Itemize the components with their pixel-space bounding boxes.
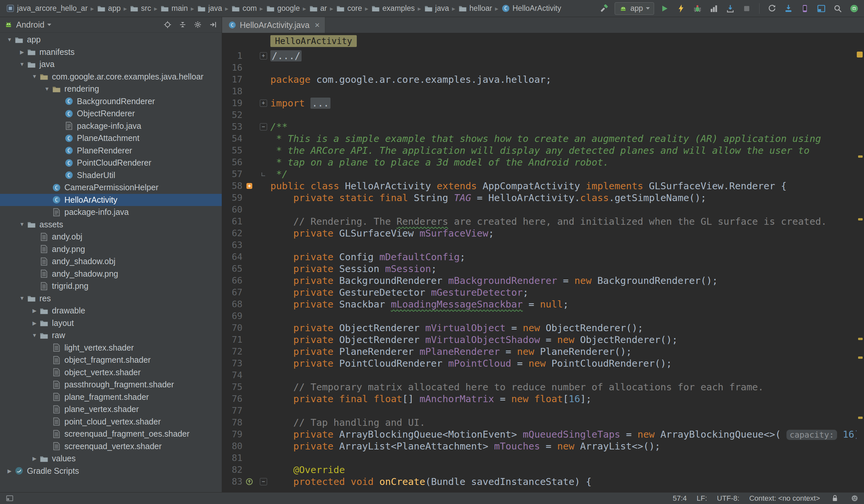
settings-gear-icon[interactable] bbox=[193, 20, 203, 29]
apply-changes-icon[interactable] bbox=[675, 3, 687, 14]
code-text[interactable]: private GLSurfaceView mSurfaceView; bbox=[271, 227, 494, 239]
close-icon[interactable]: × bbox=[315, 20, 320, 30]
project-tree-item[interactable]: andy.png bbox=[0, 243, 222, 256]
toolwindow-toggle-icon[interactable] bbox=[4, 493, 14, 503]
breadcrumb-item[interactable]: main bbox=[159, 3, 189, 13]
tab-helloaractivity-java[interactable]: C HelloArActivity.java × bbox=[222, 17, 325, 33]
expand-arrow-closed-icon[interactable]: ▶ bbox=[4, 468, 14, 474]
code-line[interactable]: 65 private Session mSession; bbox=[222, 263, 856, 275]
code-line[interactable]: 68 private Snackbar mLoadingMessageSnack… bbox=[222, 298, 856, 310]
code-text[interactable]: private final float[] mAnchorMatrix = ne… bbox=[271, 393, 592, 405]
breadcrumb-item[interactable]: ar bbox=[308, 3, 328, 13]
code-line[interactable]: 18 bbox=[222, 85, 856, 97]
project-tree-item[interactable]: CHelloArActivity bbox=[0, 194, 222, 206]
related-symbol-icon[interactable] bbox=[242, 180, 256, 192]
project-tree-item[interactable]: object_vertex.shader bbox=[0, 366, 222, 379]
project-tree-item[interactable]: andy.obj bbox=[0, 231, 222, 243]
code-line[interactable]: 62 private GLSurfaceView mSurfaceView; bbox=[222, 227, 856, 239]
fold-marker-plus-icon[interactable]: + bbox=[256, 50, 271, 62]
project-tree-item[interactable]: package-info.java bbox=[0, 206, 222, 218]
build-hammer-icon[interactable] bbox=[598, 3, 610, 14]
breadcrumb-item[interactable]: java bbox=[196, 3, 224, 13]
code-line[interactable]: 83− protected void onCreate(Bundle saved… bbox=[222, 476, 856, 488]
code-line[interactable]: 1+/.../ bbox=[222, 50, 856, 62]
code-line[interactable]: 61 // Rendering. The Renderers are creat… bbox=[222, 216, 856, 227]
stop-icon[interactable] bbox=[741, 3, 753, 14]
code-line[interactable]: 59 private static final String TAG = Hel… bbox=[222, 192, 856, 204]
project-tree-item[interactable]: ▶Gradle Scripts bbox=[0, 465, 222, 477]
expand-arrow-closed-icon[interactable]: ▶ bbox=[29, 320, 39, 326]
code-line[interactable]: 58public class HelloArActivity extends A… bbox=[222, 180, 856, 192]
project-tree-item[interactable]: ▶values bbox=[0, 453, 222, 465]
assistant-icon[interactable] bbox=[848, 3, 860, 14]
code-line[interactable]: 66 private BackgroundRenderer mBackgroun… bbox=[222, 275, 856, 287]
line-ending-indicator[interactable]: LF: bbox=[696, 494, 707, 503]
expand-arrow-closed-icon[interactable]: ▶ bbox=[29, 455, 39, 461]
project-tree-item[interactable]: point_cloud_vertex.shader bbox=[0, 416, 222, 428]
expand-arrow-open-icon[interactable]: ▼ bbox=[17, 61, 27, 67]
sync-icon[interactable] bbox=[766, 3, 778, 14]
device-manager-icon[interactable] bbox=[799, 3, 811, 14]
warning-mark[interactable] bbox=[858, 338, 863, 340]
project-tree-item[interactable]: trigrid.png bbox=[0, 280, 222, 292]
code-line[interactable]: 75 // Temporary matrix allocated here to… bbox=[222, 381, 856, 393]
project-tree-item[interactable]: CCameraPermissionHelper bbox=[0, 181, 222, 194]
code-line[interactable]: 79 private ArrayBlockingQueue<MotionEven… bbox=[222, 429, 856, 440]
code-text[interactable]: */ bbox=[271, 168, 287, 180]
breadcrumb-item[interactable]: com bbox=[230, 3, 258, 13]
attach-debugger-icon[interactable] bbox=[724, 3, 736, 14]
code-line[interactable]: 63 bbox=[222, 239, 856, 251]
expand-arrow-open-icon[interactable]: ▼ bbox=[17, 221, 27, 227]
breadcrumb-item[interactable]: CHelloArActivity bbox=[500, 3, 562, 13]
code-text[interactable]: private Config mDefaultConfig; bbox=[271, 251, 466, 263]
code-text[interactable]: /.../ bbox=[271, 50, 302, 62]
profiler-icon[interactable] bbox=[708, 3, 720, 14]
code-text[interactable]: private static final String TAG = HelloA… bbox=[271, 192, 706, 204]
locate-icon[interactable] bbox=[163, 20, 172, 29]
code-line[interactable]: 17package com.google.ar.core.examples.ja… bbox=[222, 74, 856, 85]
code-text[interactable]: /** bbox=[271, 121, 287, 133]
run-icon[interactable] bbox=[659, 3, 671, 14]
breadcrumb-item[interactable]: src bbox=[129, 3, 153, 13]
project-tree-item[interactable]: light_vertex.shader bbox=[0, 342, 222, 354]
project-tree-item[interactable]: ▶drawable bbox=[0, 304, 222, 317]
code-text[interactable]: public class HelloArActivity extends App… bbox=[271, 180, 787, 192]
encoding-indicator[interactable]: UTF-8: bbox=[717, 494, 739, 503]
project-tree-item[interactable]: CPointCloudRenderer bbox=[0, 157, 222, 169]
code-line[interactable]: 78 // Tap handling and UI. bbox=[222, 417, 856, 429]
code-line[interactable]: 71 private ObjectRenderer mVirtualObject… bbox=[222, 334, 856, 346]
code-line[interactable]: 57 */ bbox=[222, 168, 856, 180]
code-text[interactable]: private ArrayList<PlaneAttachment> mTouc… bbox=[271, 440, 660, 452]
project-tree-item[interactable]: CShaderUtil bbox=[0, 169, 222, 182]
warning-mark[interactable] bbox=[858, 357, 863, 359]
project-tree-item[interactable]: ▶layout bbox=[0, 317, 222, 329]
breadcrumb-item[interactable]: java_arcore_hello_ar bbox=[4, 3, 89, 13]
code-line[interactable]: 72 private PlaneRenderer mPlaneRenderer … bbox=[222, 346, 856, 358]
read-only-lock-icon[interactable] bbox=[830, 493, 840, 503]
code-text[interactable]: protected void onCreate(Bundle savedInst… bbox=[271, 476, 592, 488]
error-stripe[interactable] bbox=[856, 49, 864, 492]
project-tree-item[interactable]: andy_shadow.png bbox=[0, 268, 222, 280]
project-tree-item[interactable]: CPlaneAttachment bbox=[0, 132, 222, 145]
project-tree-item[interactable]: ▼rendering bbox=[0, 83, 222, 95]
code-text[interactable]: * This is a simple example that shows ho… bbox=[271, 133, 821, 145]
code-line[interactable]: 60 bbox=[222, 204, 856, 216]
project-tree-item[interactable]: package-info.java bbox=[0, 120, 222, 132]
breadcrumb-item[interactable]: java bbox=[423, 3, 451, 13]
code-line[interactable]: 80 private ArrayList<PlaneAttachment> mT… bbox=[222, 440, 856, 452]
project-tree-item[interactable]: ▼res bbox=[0, 292, 222, 305]
fold-marker-minus-icon[interactable]: − bbox=[256, 476, 271, 488]
code-line[interactable]: 76 private final float[] mAnchorMatrix =… bbox=[222, 393, 856, 405]
project-tree-item[interactable]: CPlaneRenderer bbox=[0, 145, 222, 157]
project-tree-item[interactable]: ▶manifests bbox=[0, 46, 222, 59]
code-line[interactable]: 74 bbox=[222, 369, 856, 381]
code-text[interactable]: * tap on a plane to place a 3d model of … bbox=[271, 156, 609, 168]
project-view-selector[interactable]: Android bbox=[16, 20, 44, 29]
project-tree-item[interactable]: plane_vertex.shader bbox=[0, 403, 222, 416]
code-line[interactable]: 56 * tap on a plane to place a 3d model … bbox=[222, 156, 856, 168]
code-line[interactable]: 53−/** bbox=[222, 121, 856, 133]
override-marker-icon[interactable] bbox=[242, 476, 256, 488]
collapse-all-icon[interactable] bbox=[178, 20, 188, 29]
expand-arrow-closed-icon[interactable]: ▶ bbox=[17, 49, 27, 55]
project-tree-item[interactable]: ▼app bbox=[0, 34, 222, 46]
